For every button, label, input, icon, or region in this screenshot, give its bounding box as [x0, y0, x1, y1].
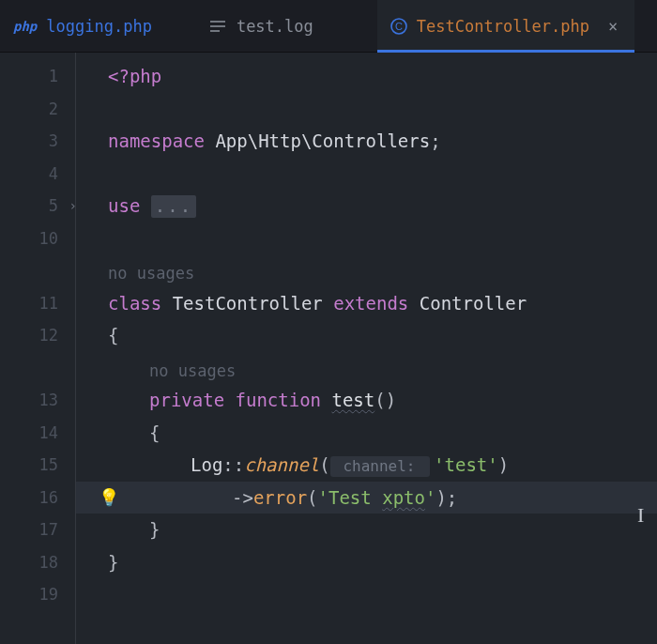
- tab-logging-php[interactable]: php logging.php: [0, 0, 169, 52]
- tab-bar: php logging.php test.log C TestControlle…: [0, 0, 657, 53]
- code-line[interactable]: class TestController extends Controller: [108, 287, 657, 320]
- tab-test-log[interactable]: test.log: [197, 0, 330, 52]
- line-number[interactable]: 17: [0, 514, 75, 546]
- line-number[interactable]: 3: [0, 125, 75, 158]
- folded-code[interactable]: ...: [151, 195, 196, 218]
- code-line[interactable]: [108, 93, 657, 126]
- tab-label: TestController.php: [417, 17, 589, 36]
- gutter: 1 2 3 4 5› 10 11 12 13 14 15 16 17 18 19: [0, 53, 75, 644]
- line-number[interactable]: [0, 254, 75, 287]
- code-line[interactable]: use ...: [108, 190, 657, 222]
- php-icon: php: [13, 19, 37, 34]
- code-line[interactable]: }: [108, 514, 657, 546]
- tab-label: logging.php: [46, 17, 152, 36]
- line-number[interactable]: 12: [0, 319, 75, 352]
- code-line-current[interactable]: 💡->error('Test xpto');: [76, 482, 657, 514]
- lightbulb-icon[interactable]: 💡: [99, 482, 119, 514]
- text-cursor-icon: I: [637, 503, 644, 528]
- code-line[interactable]: Log::channel( channel: 'test'): [108, 449, 657, 482]
- lines-icon: [210, 20, 227, 33]
- code-line[interactable]: namespace App\Http\Controllers;: [108, 125, 657, 158]
- code-line[interactable]: [108, 158, 657, 191]
- line-number[interactable]: 15: [0, 449, 75, 482]
- tab-label: test.log: [237, 17, 313, 36]
- tab-testcontroller-php[interactable]: C TestController.php ×: [377, 0, 634, 52]
- line-number[interactable]: 19: [0, 578, 75, 611]
- line-number[interactable]: [0, 352, 75, 385]
- line-number[interactable]: 16: [0, 482, 75, 514]
- class-c-icon: C: [390, 18, 407, 35]
- close-icon[interactable]: ×: [608, 17, 618, 36]
- code-line[interactable]: <?php: [108, 60, 657, 93]
- line-number[interactable]: 10: [0, 222, 75, 255]
- code-line[interactable]: [108, 222, 657, 255]
- code-line[interactable]: {: [108, 319, 657, 352]
- line-number[interactable]: 11: [0, 287, 75, 320]
- code-line[interactable]: [108, 578, 657, 611]
- line-number[interactable]: 13: [0, 384, 75, 417]
- line-number[interactable]: 4: [0, 158, 75, 191]
- code-line[interactable]: {: [108, 417, 657, 450]
- param-hint: channel:: [330, 456, 430, 477]
- line-number[interactable]: 2: [0, 93, 75, 126]
- usage-hint[interactable]: no usages: [108, 254, 657, 287]
- svg-text:C: C: [395, 21, 403, 32]
- line-number[interactable]: 14: [0, 417, 75, 450]
- code-line[interactable]: }: [108, 546, 657, 579]
- line-number[interactable]: 5›: [0, 190, 75, 222]
- code-line[interactable]: private function test(): [108, 384, 657, 417]
- usage-hint[interactable]: no usages: [108, 352, 657, 385]
- code-area[interactable]: <?php namespace App\Http\Controllers; us…: [76, 53, 657, 644]
- line-number[interactable]: 1: [0, 60, 75, 93]
- editor: 1 2 3 4 5› 10 11 12 13 14 15 16 17 18 19…: [0, 53, 657, 644]
- line-number[interactable]: 18: [0, 546, 75, 579]
